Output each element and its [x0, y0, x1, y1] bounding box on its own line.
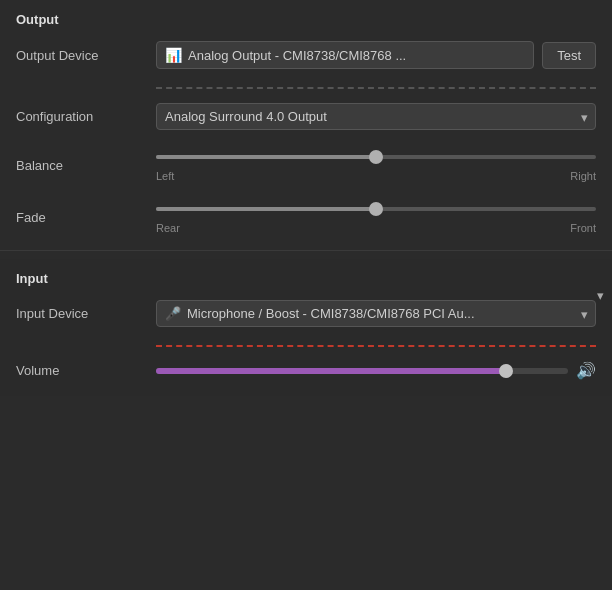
speaker-icon: 📊	[165, 47, 182, 63]
output-device-select[interactable]: 📊 Analog Output - CMI8738/CMI8768 ... ▾	[156, 41, 534, 69]
input-title: Input	[16, 271, 596, 286]
balance-labels: Left Right	[156, 170, 596, 182]
fade-rear-label: Rear	[156, 222, 180, 234]
configuration-select-wrapper: Analog Surround 4.0 Output ▾	[156, 103, 596, 130]
balance-row: Balance Left Right	[16, 148, 596, 182]
fade-row: Fade Rear Front	[16, 200, 596, 234]
balance-left-label: Left	[156, 170, 174, 182]
fade-slider-container: Rear Front	[156, 200, 596, 234]
input-device-control: 🎤 Microphone / Boost - CMI8738/CMI8768 P…	[156, 300, 596, 327]
output-title: Output	[16, 12, 596, 27]
configuration-select[interactable]: Analog Surround 4.0 Output ▾	[156, 103, 596, 130]
volume-slider-container: 🔊	[156, 361, 596, 380]
input-device-select-wrapper: 🎤 Microphone / Boost - CMI8738/CMI8768 P…	[156, 300, 596, 327]
output-device-value: Analog Output - CMI8738/CMI8768 ...	[188, 48, 406, 63]
fade-label: Fade	[16, 210, 156, 225]
output-test-button[interactable]: Test	[542, 42, 596, 69]
balance-slider-container: Left Right	[156, 148, 596, 182]
input-device-value: Microphone / Boost - CMI8738/CMI8768 PCI…	[187, 306, 475, 321]
fade-labels: Rear Front	[156, 222, 596, 234]
volume-row: Volume 🔊	[16, 361, 596, 380]
configuration-control: Analog Surround 4.0 Output ▾	[156, 103, 596, 130]
fade-track-wrapper	[156, 200, 596, 218]
volume-track-wrapper	[156, 362, 568, 380]
configuration-chevron-icon: ▾	[581, 109, 588, 124]
configuration-row: Configuration Analog Surround 4.0 Output…	[16, 103, 596, 130]
configuration-label: Configuration	[16, 109, 156, 124]
fade-control: Rear Front	[156, 200, 596, 234]
input-device-chevron-icon: ▾	[581, 306, 588, 321]
microphone-icon: 🎤	[165, 306, 181, 321]
output-device-row: Output Device 📊 Analog Output - CMI8738/…	[16, 41, 596, 69]
input-device-row: Input Device 🎤 Microphone / Boost - CMI8…	[16, 300, 596, 327]
balance-control: Left Right	[156, 148, 596, 182]
volume-control: 🔊	[156, 361, 596, 380]
fade-track	[156, 200, 596, 218]
input-device-select[interactable]: 🎤 Microphone / Boost - CMI8738/CMI8768 P…	[156, 300, 596, 327]
balance-track	[156, 148, 596, 166]
output-section: Output Output Device 📊 Analog Output - C…	[0, 0, 612, 250]
output-device-label: Output Device	[16, 48, 156, 63]
balance-right-label: Right	[570, 170, 596, 182]
output-device-separator	[156, 87, 596, 89]
volume-speaker-icon: 🔊	[576, 361, 596, 380]
input-device-label: Input Device	[16, 306, 156, 321]
volume-label: Volume	[16, 363, 156, 378]
balance-label: Balance	[16, 158, 156, 173]
input-section: Input Input Device 🎤 Microphone / Boost …	[0, 259, 612, 396]
output-device-control: 📊 Analog Output - CMI8738/CMI8768 ... ▾ …	[156, 41, 596, 69]
input-device-separator	[156, 345, 596, 347]
fade-front-label: Front	[570, 222, 596, 234]
balance-track-wrapper	[156, 148, 596, 166]
configuration-value: Analog Surround 4.0 Output	[165, 109, 327, 124]
